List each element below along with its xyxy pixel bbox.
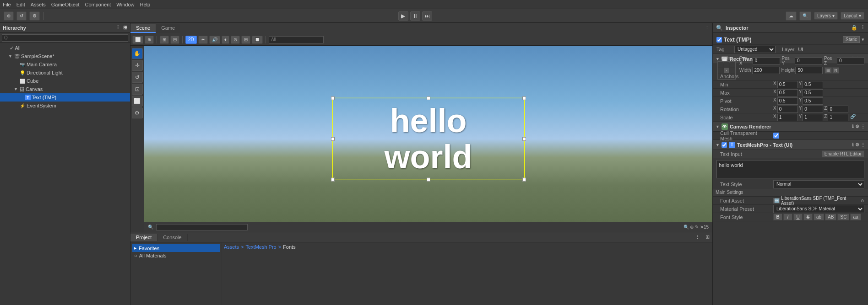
- width-input[interactable]: [752, 67, 780, 74]
- breadcrumb-assets[interactable]: Assets: [224, 244, 239, 250]
- breadcrumb-fonts[interactable]: Fonts: [283, 244, 296, 250]
- game-tab[interactable]: Game: [156, 24, 180, 33]
- scene-bottom-icon-2[interactable]: ⊕: [690, 225, 694, 230]
- hierarchy-item-cube[interactable]: ⬜ Cube: [0, 77, 130, 85]
- tmp-enabled-checkbox[interactable]: [722, 142, 727, 148]
- font-asset-target-icon[interactable]: ⊙: [861, 198, 864, 203]
- canvas-renderer-info-icon[interactable]: ℹ: [852, 124, 854, 129]
- scene-tool-global[interactable]: ⊞: [160, 36, 169, 44]
- project-tab[interactable]: Project: [130, 234, 157, 241]
- pos-y-input[interactable]: [795, 57, 822, 64]
- scale-link-icon[interactable]: 🔗: [850, 114, 856, 121]
- inspector-menu-icon[interactable]: ⋮: [860, 25, 865, 31]
- min-x-input[interactable]: [777, 81, 798, 88]
- scene-tab[interactable]: Scene: [130, 24, 156, 33]
- height-input[interactable]: [795, 67, 823, 74]
- hierarchy-options-icon[interactable]: ⊞: [123, 25, 127, 31]
- font-style-uppercase[interactable]: AB: [825, 214, 836, 220]
- toolbar-btn-3[interactable]: ⚙: [29, 11, 40, 21]
- tmp-settings-icon[interactable]: ⚙: [855, 142, 859, 147]
- tool-rect[interactable]: ⬜: [132, 96, 143, 107]
- textmeshpro-header[interactable]: ▼ T TextMeshPro - Text (UI) ℹ ⚙ ⋮: [713, 140, 868, 150]
- menu-window[interactable]: Window: [116, 2, 134, 7]
- scene-search-input[interactable]: [269, 36, 324, 43]
- console-tab[interactable]: Console: [157, 234, 187, 241]
- bottom-options-icon[interactable]: ⊞: [703, 234, 712, 240]
- cloud-button[interactable]: ☁: [786, 11, 797, 21]
- step-button[interactable]: ⏭: [422, 11, 432, 21]
- scene-tool-light[interactable]: ☀: [198, 36, 208, 44]
- hierarchy-item-eventsystem[interactable]: ⚡ EventSystem: [0, 102, 130, 110]
- scene-menu-icon[interactable]: ⋮: [705, 26, 712, 32]
- font-style-italic[interactable]: I: [783, 214, 792, 220]
- menu-file[interactable]: File: [3, 2, 11, 7]
- tmp-info-icon[interactable]: ℹ: [852, 142, 854, 147]
- bottom-menu-icon[interactable]: ⋮: [692, 234, 703, 240]
- hierarchy-search-input[interactable]: [2, 34, 128, 42]
- blueprint-btn[interactable]: ⊞: [825, 67, 832, 74]
- tool-move[interactable]: ✛: [132, 60, 143, 71]
- tag-select[interactable]: Untagged: [734, 46, 776, 53]
- scale-x-input[interactable]: [777, 114, 798, 121]
- handle-tc[interactable]: [427, 96, 430, 100]
- scene-tool-rect[interactable]: ⬜: [132, 36, 143, 44]
- material-preset-select[interactable]: LiberationSans SDF Material: [773, 205, 864, 213]
- font-style-lowercase[interactable]: ab: [814, 214, 824, 220]
- handle-tl[interactable]: [331, 96, 335, 100]
- pos-x-input[interactable]: [753, 57, 780, 64]
- tool-hand[interactable]: ✋: [132, 48, 143, 59]
- canvas-renderer-settings-icon[interactable]: ⚙: [855, 124, 859, 129]
- tool-rotate[interactable]: ↺: [132, 72, 143, 83]
- menu-assets[interactable]: Assets: [31, 2, 46, 7]
- scene-tool-audio[interactable]: 🔊: [209, 36, 220, 44]
- hello-world-box[interactable]: hello world: [332, 98, 525, 180]
- breadcrumb-textmeshpro[interactable]: TextMesh Pro: [245, 244, 276, 250]
- pivot-x-input[interactable]: [777, 97, 798, 105]
- scene-bottom-search[interactable]: [156, 224, 248, 230]
- max-x-input[interactable]: [777, 89, 798, 96]
- handle-tr[interactable]: [522, 96, 526, 100]
- handle-mr[interactable]: [522, 137, 526, 141]
- hierarchy-item-canvas[interactable]: ▼ 🖼 Canvas: [0, 85, 130, 93]
- font-style-bold[interactable]: B: [773, 214, 782, 220]
- rot-x-input[interactable]: [777, 106, 798, 113]
- font-style-underline[interactable]: U: [793, 214, 803, 220]
- pivot-y-input[interactable]: [803, 97, 823, 105]
- scene-tool-fx[interactable]: ♦: [222, 36, 229, 44]
- menu-gameobject[interactable]: GameObject: [51, 2, 80, 7]
- static-arrow-icon[interactable]: ▾: [862, 37, 864, 43]
- text-value-area[interactable]: hello world: [716, 160, 864, 178]
- hierarchy-item-maincamera[interactable]: 📷 Main Camera: [0, 60, 130, 69]
- hierarchy-item-samplescene[interactable]: ▼ 🎬 SampleScene*: [0, 52, 130, 60]
- scene-tool-2d[interactable]: 2D: [185, 36, 197, 44]
- tool-transform[interactable]: ⚙: [132, 107, 143, 118]
- scene-bottom-icon-1[interactable]: 🔍: [684, 225, 689, 230]
- hierarchy-item-all[interactable]: ✓ All: [0, 44, 130, 52]
- handle-bc[interactable]: [427, 178, 430, 182]
- scene-bottom-icon-3[interactable]: ✎: [695, 225, 699, 230]
- font-style-strikethrough[interactable]: S: [803, 214, 813, 220]
- hello-world-container[interactable]: hello world: [332, 98, 525, 180]
- pos-z-input[interactable]: [837, 57, 864, 64]
- toolbar-btn-1[interactable]: ⊕: [4, 11, 14, 21]
- layers-button[interactable]: Layers ▾: [814, 12, 838, 20]
- menu-help[interactable]: Help: [140, 2, 150, 7]
- handle-bl[interactable]: [331, 178, 335, 182]
- project-tree-allmaterials[interactable]: ○ All Materials: [132, 252, 220, 259]
- search-toolbar-button[interactable]: 🔍: [799, 11, 811, 21]
- max-y-input[interactable]: [803, 89, 823, 96]
- r-btn[interactable]: R: [832, 67, 839, 74]
- hierarchy-menu-icon[interactable]: ⋮: [115, 25, 120, 31]
- scene-tool-grid[interactable]: ⊞: [241, 36, 250, 44]
- project-tree-favorites[interactable]: ▸ Favorites: [132, 244, 220, 252]
- tool-scale[interactable]: ⊡: [132, 84, 143, 95]
- canvas-renderer-menu-icon[interactable]: ⋮: [861, 124, 865, 129]
- scale-y-input[interactable]: [803, 114, 823, 121]
- scene-tool-gizmos[interactable]: 🔲: [252, 36, 263, 44]
- rot-y-input[interactable]: [803, 106, 823, 113]
- inspector-lock-icon[interactable]: 🔒: [851, 25, 857, 31]
- text-style-select[interactable]: Normal: [773, 180, 864, 188]
- menu-component[interactable]: Component: [85, 2, 111, 7]
- scene-tool-snap[interactable]: ⊟: [170, 36, 179, 44]
- hierarchy-item-texttmp[interactable]: T Text (TMP): [0, 93, 130, 102]
